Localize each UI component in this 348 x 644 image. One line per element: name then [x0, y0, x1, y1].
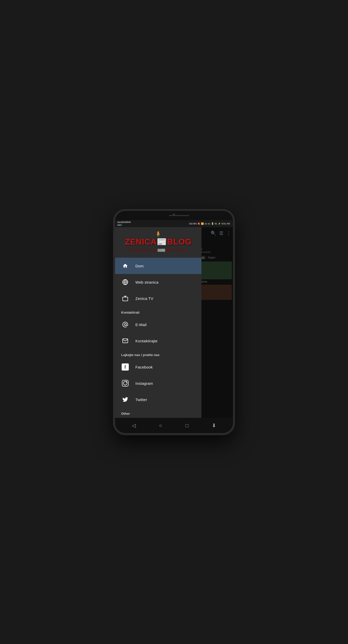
mascot-icon: 🧍 — [155, 231, 162, 237]
volume-down-button — [113, 262, 114, 276]
wifi-icon: 📶 — [201, 222, 204, 225]
web-stranica-label: Web stranica — [135, 280, 159, 284]
volume-up-button — [113, 249, 114, 259]
svg-rect-2 — [123, 297, 128, 301]
screen: 🔍 ☰ ⋮ KF VAuad nika stranke 6.6k Nogon o… — [115, 227, 233, 418]
speaker — [169, 215, 189, 216]
envelope-icon — [121, 337, 129, 345]
kontaktirajte-label: Kontaktirajte — [135, 339, 157, 343]
power-button — [234, 257, 235, 272]
speed-indicator: 102 B/s — [189, 222, 197, 225]
section-header-social: Lajkajte nas i pratite nas — [115, 349, 201, 359]
sidebar-item-facebook[interactable]: f Facebook — [115, 359, 201, 375]
battery-level: 91 — [215, 222, 217, 225]
status-right: 102 B/s 🔇 📶 26 3G 🔋 91 ⚡ 9:01 AM — [189, 222, 230, 225]
facebook-label: Facebook — [135, 365, 153, 369]
download-button[interactable]: ⬇ — [210, 420, 218, 431]
svg-point-4 — [124, 324, 126, 326]
carrier-name: Jazz|Mobilink — [117, 221, 131, 224]
ig-icon-box — [122, 380, 129, 387]
logo-main-text: ZENICA📰BLOG — [125, 237, 192, 247]
zenica-tv-label: Zenica TV — [135, 296, 153, 301]
twitter-icon — [121, 395, 129, 404]
sidebar-item-dom[interactable]: Dom — [115, 258, 201, 274]
sidebar-item-twitter[interactable]: Twitter — [115, 391, 201, 408]
instagram-icon — [121, 379, 129, 387]
instagram-label: Instagram — [135, 381, 153, 386]
signal-icon-2: 3G — [208, 223, 210, 225]
recents-button[interactable]: □ — [183, 421, 191, 431]
email-label: E-Mail — [135, 323, 147, 327]
bottom-nav-bar: ◁ ○ □ ⬇ — [115, 418, 233, 433]
section-header-kontaktirati: Kontaktirati — [115, 306, 201, 316]
sidebar-item-kontaktirajte[interactable]: Kontaktirajte — [115, 333, 201, 349]
signal-icon: 26 — [204, 223, 207, 225]
logo-reflection-text: ZENICA📰BLOG — [125, 248, 192, 252]
facebook-icon: f — [121, 363, 129, 371]
section-header-other: Other — [115, 408, 201, 418]
sidebar-item-zenica-tv[interactable]: Zenica TV — [115, 290, 201, 306]
status-bar: Jazz|Mobilink Jazz 102 B/s 🔇 📶 26 3G 🔋 9… — [115, 220, 233, 227]
nav-items-list: Dom Web stranica — [115, 258, 201, 418]
phone-top-bar — [115, 211, 233, 220]
home-button[interactable]: ○ — [157, 421, 164, 431]
sidebar-item-instagram[interactable]: Instagram — [115, 375, 201, 391]
sidebar-item-email[interactable]: E-Mail — [115, 316, 201, 333]
battery-icon: 🔋 — [211, 222, 214, 225]
nav-drawer: 🧍 ZENICA📰BLOG ZENICA📰BLOG Dom — [115, 227, 201, 418]
carrier-sub: Jazz — [117, 224, 131, 226]
charging-icon: ⚡ — [218, 222, 221, 225]
sidebar-item-web-stranica[interactable]: Web stranica — [115, 274, 201, 290]
phone-frame: Jazz|Mobilink Jazz 102 B/s 🔇 📶 26 3G 🔋 9… — [113, 209, 235, 435]
at-icon — [121, 320, 129, 329]
sidebar-item-rss-feed[interactable]: Rss Feed — [115, 418, 201, 418]
back-button[interactable]: ◁ — [130, 420, 138, 431]
camera-button — [113, 278, 114, 292]
globe-icon — [121, 278, 129, 286]
drawer-logo-area: 🧍 ZENICA📰BLOG ZENICA📰BLOG — [115, 227, 201, 258]
logo-container: 🧍 ZENICA📰BLOG ZENICA📰BLOG — [125, 232, 192, 255]
dom-label: Dom — [135, 264, 144, 268]
carrier-info: Jazz|Mobilink Jazz — [117, 221, 131, 226]
fb-icon-box: f — [122, 363, 129, 371]
tv-icon — [121, 294, 129, 302]
home-icon — [121, 262, 129, 270]
twitter-label: Twitter — [135, 397, 147, 402]
time: 9:01 AM — [222, 222, 230, 225]
mute-icon: 🔇 — [197, 222, 200, 225]
